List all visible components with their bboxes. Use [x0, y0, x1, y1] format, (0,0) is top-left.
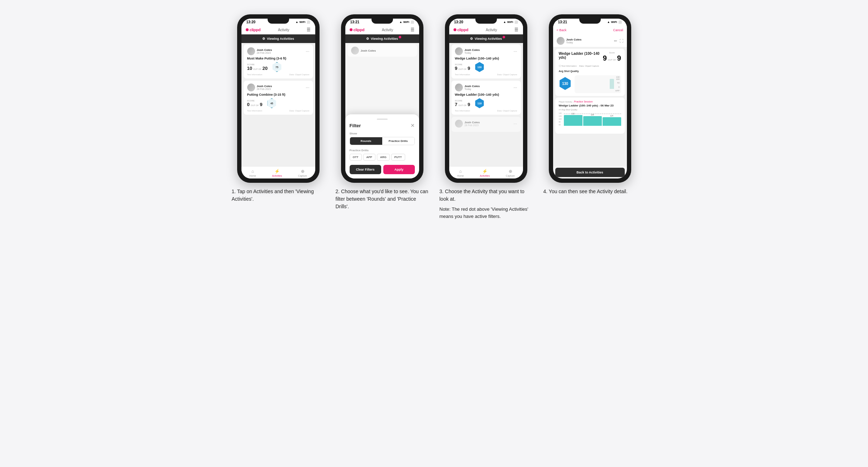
- stats-row-1-2: Score 0 OUT OF 9 45: [247, 98, 310, 108]
- detail-user-info-4: Josh Coles Today: [557, 37, 582, 45]
- more-options-3-3[interactable]: ···: [513, 121, 517, 126]
- bar-chart-4: 1401201008060 132 129: [559, 112, 621, 131]
- nav-capture-1[interactable]: ⊕ Capture: [298, 169, 307, 177]
- detail-avatar-4: [557, 37, 565, 45]
- header-center-3: Activity: [486, 28, 497, 32]
- viewing-activities-text-3: Viewing Activities: [475, 37, 502, 40]
- step-4: 13:21 ▲WiFi⬜ < Back Cancel Josh Coles: [543, 14, 637, 220]
- session-title-4: Wedge Ladder (100–140 yds) - 06 Mar 23: [559, 104, 621, 107]
- filter-tabs-2: Rounds Practice Drills: [350, 137, 415, 145]
- logo-dot-2: [350, 28, 353, 31]
- filter-tab-practice-2[interactable]: Practice Drills: [382, 137, 414, 145]
- phone-shell-3: 13:20 ▲WiFi⬜ clippd Activity ☰ ⚙: [445, 14, 527, 183]
- phone-screen-4: 13:21 ▲WiFi⬜ < Back Cancel Josh Coles: [553, 19, 627, 178]
- expand-icon-4[interactable]: ⛶: [619, 39, 623, 43]
- activity-card-3-1[interactable]: Josh Coles Today ··· Wedge Ladder (100–1…: [451, 44, 521, 78]
- logo-3: clippd: [454, 28, 469, 32]
- hamburger-menu-1[interactable]: ☰: [307, 27, 311, 32]
- back-button-4[interactable]: < Back: [557, 28, 567, 32]
- avatar-1-1: [247, 47, 255, 55]
- notch-4: [579, 19, 601, 24]
- user-date-3-1: Today: [465, 52, 480, 54]
- clear-filters-button-2[interactable]: Clear Filters: [350, 165, 381, 174]
- logo-1: clippd: [246, 28, 261, 32]
- step-number-2: 2.: [336, 189, 340, 194]
- score-value-4: 9: [603, 54, 607, 62]
- filter-tab-rounds-2[interactable]: Rounds: [350, 137, 382, 145]
- drill-tag-arg-2[interactable]: ARG: [377, 154, 390, 161]
- hamburger-menu-2[interactable]: ☰: [411, 27, 414, 32]
- shot-quality-1-2: 45: [267, 98, 277, 108]
- step-3-note: Note: The red dot above 'Viewing Activit…: [440, 206, 533, 220]
- detail-user-row-4: Josh Coles Today ✏ ⛶: [553, 35, 627, 47]
- user-info-3-2: Josh Coles Today: [455, 84, 480, 91]
- signal-icons-2: ▲WiFi⬜: [399, 20, 414, 24]
- phone-screen-3: 13:20 ▲WiFi⬜ clippd Activity ☰ ⚙: [449, 19, 523, 178]
- more-options-1-1[interactable]: ···: [306, 49, 309, 54]
- card-header-3-3: Josh Coles 28 Feb 2023 ···: [455, 120, 517, 128]
- activity-title-3-1: Wedge Ladder (100–140 yds): [455, 57, 517, 60]
- more-options-3-2[interactable]: ···: [513, 85, 517, 90]
- notch-1: [268, 19, 289, 24]
- time-3: 13:20: [454, 20, 464, 24]
- nav-home-3[interactable]: ⌂ Home: [457, 169, 464, 177]
- nav-activities-1[interactable]: ⚡ Activities: [272, 169, 282, 177]
- user-name-3-2: Josh Coles: [465, 85, 480, 88]
- more-options-3-1[interactable]: ···: [513, 49, 517, 54]
- red-dot-3: [503, 36, 505, 38]
- more-options-1-2[interactable]: ···: [306, 85, 309, 90]
- step-text-1: Tap on Activities and then 'Viewing Acti…: [232, 189, 314, 202]
- edit-icon-4[interactable]: ✏: [614, 39, 617, 43]
- nav-home-1[interactable]: ⌂ Home: [249, 169, 256, 177]
- screen-content-1: Josh Coles 28 Feb 2023 ··· Must Make Put…: [241, 43, 315, 166]
- step-2-caption: 2. Choose what you'd like to see. You ca…: [336, 188, 429, 210]
- nav-capture-3[interactable]: ⊕ Capture: [506, 169, 515, 177]
- filter-header-2: Filter ✕: [350, 123, 415, 128]
- card-footer-3-1: Test Information Data: Clippd Capture: [455, 73, 517, 76]
- phone-shell-1: 13:20 ▲WiFi⬜ clippd Activity ☰ ⚙: [237, 14, 320, 183]
- avg-sq-label-4: Avg Shot Quality: [559, 70, 621, 72]
- shot-quality-1-1: 75: [272, 62, 282, 72]
- activity-card-3-3[interactable]: Josh Coles 28 Feb 2023 ···: [451, 117, 521, 132]
- detail-activity-title-4: Wedge Ladder (100–140 yds): [559, 52, 603, 59]
- activity-card-3-2[interactable]: Josh Coles Today ··· Wedge Ladder (100–1…: [451, 81, 521, 115]
- detail-practice-card-4: Player Activity › Practice Session Wedge…: [555, 97, 625, 134]
- drill-tags-2: OTT APP ARG PUTT: [350, 154, 415, 161]
- user-name-3-3: Josh Coles: [465, 121, 480, 124]
- activity-card-1-1[interactable]: Josh Coles 28 Feb 2023 ··· Must Make Put…: [244, 44, 313, 78]
- practice-session-badge-4: Practice Session: [574, 100, 593, 103]
- user-info-3-1: Josh Coles Today: [455, 47, 480, 55]
- apply-button-2[interactable]: Apply: [383, 165, 415, 174]
- logo-2: clippd: [350, 28, 365, 32]
- chart-zero-4: 0: [618, 86, 619, 88]
- drill-tag-ott-2[interactable]: OTT: [350, 154, 362, 161]
- status-bar-1: 13:20 ▲WiFi⬜: [241, 19, 315, 25]
- bar-3-4: [603, 117, 621, 126]
- partial-card-2: Josh Coles: [347, 44, 417, 57]
- logo-text-2: clippd: [354, 28, 365, 32]
- chart-area-4: 130 100 50 0 APP: [575, 75, 621, 93]
- activity-card-1-2[interactable]: Josh Coles 28 Feb 2023 ··· Putting Combi…: [244, 81, 313, 115]
- user-name-1-1: Josh Coles: [257, 48, 272, 52]
- viewing-banner-3[interactable]: ⚙ Viewing Activities: [449, 34, 523, 43]
- logo-dot-3: [454, 28, 456, 31]
- drill-tag-putt-2[interactable]: PUTT: [391, 154, 405, 161]
- viewing-banner-1[interactable]: ⚙ Viewing Activities: [241, 34, 315, 43]
- cancel-button-4[interactable]: Cancel: [613, 28, 623, 32]
- bottom-nav-1: ⌂ Home ⚡ Activities ⊕ Capture: [241, 166, 315, 178]
- nav-activities-3[interactable]: ⚡ Activities: [480, 169, 490, 177]
- status-bar-2: 13:21 ▲WiFi⬜: [345, 19, 419, 25]
- viewing-banner-2[interactable]: ⚙ Viewing Activities: [345, 34, 419, 43]
- filter-title-2: Filter: [350, 123, 361, 128]
- hamburger-menu-3[interactable]: ☰: [514, 27, 518, 32]
- filter-buttons-2: Clear Filters Apply: [350, 165, 415, 174]
- drill-tag-app-2[interactable]: APP: [363, 154, 375, 161]
- chart-axis-label-4: APP: [615, 90, 619, 92]
- back-to-activities-button-4[interactable]: Back to Activities: [555, 168, 625, 177]
- step-text-2: Choose what you'd like to see. You can f…: [336, 189, 428, 209]
- logo-dot-1: [246, 28, 249, 31]
- filter-close-button-2[interactable]: ✕: [411, 123, 415, 128]
- filter-handle-2: [377, 119, 388, 120]
- partial-user-info-2: Josh Coles: [351, 47, 413, 54]
- bar-2-4: [583, 116, 602, 126]
